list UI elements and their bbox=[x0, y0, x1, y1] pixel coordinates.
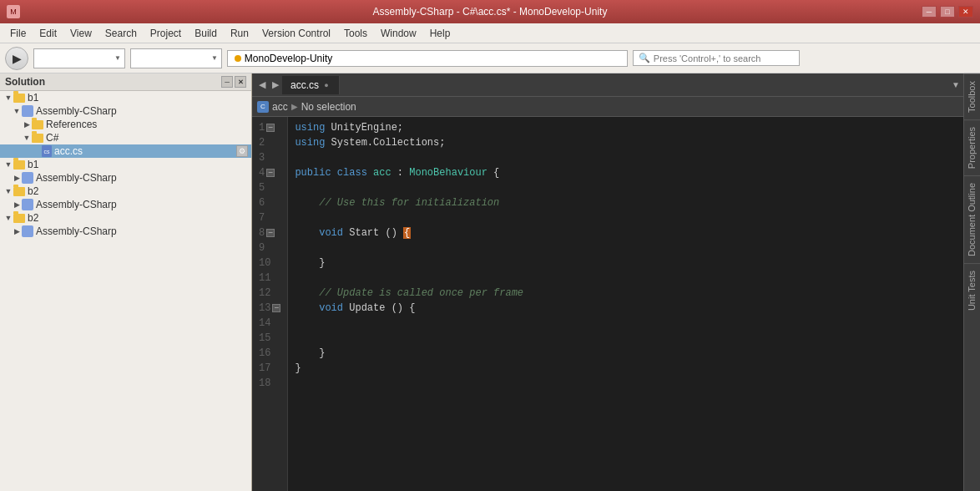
gear-icon[interactable]: ⚙ bbox=[236, 145, 248, 157]
fold-btn-1[interactable]: ─ bbox=[266, 124, 275, 132]
runtime-dropdown[interactable]: ▼ bbox=[130, 48, 222, 68]
code-line-11 bbox=[295, 271, 957, 286]
close-button[interactable]: ✕ bbox=[958, 6, 973, 18]
sidebar-controls: ─ ✕ bbox=[221, 76, 246, 88]
menu-search[interactable]: Search bbox=[99, 26, 144, 41]
code-line-13: void Update () { bbox=[295, 301, 957, 316]
file-actions: ⚙ bbox=[236, 145, 248, 157]
arrow-icon: ▼ bbox=[12, 106, 22, 116]
sidebar-tree: ▼ b1 ▼ Assembly-CSharp ▶ References ▼ C# bbox=[0, 91, 251, 491]
unity-label: MonoDevelop-Unity bbox=[245, 53, 332, 64]
tree-item-assembly-1[interactable]: ▼ Assembly-CSharp bbox=[0, 104, 251, 118]
code-area: 1─ 2 3 4─ 5 6 7 8─ 9 10 11 12 13─ 14 15 … bbox=[252, 117, 963, 491]
tree-label: References bbox=[46, 119, 97, 130]
search-input[interactable] bbox=[654, 53, 794, 63]
menu-build[interactable]: Build bbox=[188, 26, 224, 41]
run-button[interactable]: ▶ bbox=[5, 47, 28, 70]
line-numbers: 1─ 2 3 4─ 5 6 7 8─ 9 10 11 12 13─ 14 15 … bbox=[252, 117, 288, 491]
title-text: Assembly-CSharp - C#\acc.cs* - MonoDevel… bbox=[373, 6, 608, 18]
code-line-4: public class acc : MonoBehaviour { bbox=[295, 165, 957, 180]
tree-item-b1-root[interactable]: ▼ b1 bbox=[0, 91, 251, 104]
tree-label: acc.cs bbox=[54, 145, 83, 157]
maximize-button[interactable]: □ bbox=[940, 6, 955, 18]
code-content[interactable]: using UnityEngine; using System.Collecti… bbox=[288, 117, 963, 491]
tab-close-icon[interactable]: ● bbox=[322, 81, 331, 89]
code-line-8: void Start () { bbox=[295, 225, 957, 240]
tab-dropdown[interactable]: ▼ bbox=[952, 80, 960, 89]
tab-document-outline[interactable]: Document Outline bbox=[964, 175, 980, 263]
arrow-icon: ▼ bbox=[3, 93, 13, 103]
menu-help[interactable]: Help bbox=[423, 26, 457, 41]
code-line-18 bbox=[295, 376, 957, 391]
arrow-icon: ▶ bbox=[22, 119, 32, 129]
config-dropdown[interactable]: ▼ bbox=[33, 48, 125, 68]
right-sidebar: Toolbox Properties Document Outline Unit… bbox=[963, 73, 980, 491]
menu-project[interactable]: Project bbox=[144, 26, 188, 41]
menu-view[interactable]: View bbox=[63, 26, 99, 41]
fold-btn-13[interactable]: ─ bbox=[272, 304, 280, 312]
tab-properties[interactable]: Properties bbox=[964, 119, 980, 175]
code-line-6: // Use this for initialization bbox=[295, 195, 957, 210]
menubar: File Edit View Search Project Build Run … bbox=[0, 23, 980, 43]
code-line-15 bbox=[295, 331, 957, 346]
arrow-icon: ▶ bbox=[12, 173, 22, 183]
menu-run[interactable]: Run bbox=[224, 26, 255, 41]
tree-item-assembly-2[interactable]: ▶ Assembly-CSharp bbox=[0, 171, 251, 185]
breadcrumb-separator: ▶ bbox=[291, 102, 298, 111]
tab-unit-tests[interactable]: Unit Tests bbox=[964, 263, 980, 317]
menu-version-control[interactable]: Version Control bbox=[255, 26, 337, 41]
menu-tools[interactable]: Tools bbox=[337, 26, 374, 41]
tree-item-b2-1[interactable]: ▼ b2 bbox=[0, 185, 251, 198]
folder-icon bbox=[13, 187, 25, 196]
folder-icon bbox=[13, 214, 25, 223]
tree-item-assembly-4[interactable]: ▶ Assembly-CSharp bbox=[0, 225, 251, 238]
editor-panel: ◀ ▶ acc.cs ● ▼ C acc ▶ No selection 1─ 2… bbox=[252, 73, 963, 491]
fold-btn-4[interactable]: ─ bbox=[266, 169, 275, 177]
folder-icon bbox=[13, 94, 25, 103]
tree-item-b1-2[interactable]: ▼ b1 bbox=[0, 158, 251, 171]
sidebar-title: Solution bbox=[5, 76, 45, 88]
tree-item-b2-2[interactable]: ▼ b2 bbox=[0, 211, 251, 225]
menu-window[interactable]: Window bbox=[374, 26, 423, 41]
arrow-icon: ▼ bbox=[22, 133, 32, 143]
tab-next-arrow[interactable]: ▶ bbox=[269, 79, 282, 90]
tree-item-csharp[interactable]: ▼ C# bbox=[0, 131, 251, 144]
minimize-button[interactable]: ─ bbox=[922, 6, 937, 18]
menu-file[interactable]: File bbox=[3, 26, 33, 41]
global-search[interactable]: 🔍 bbox=[633, 50, 800, 66]
tree-item-references[interactable]: ▶ References bbox=[0, 118, 251, 131]
runtime-dropdown-arrow: ▼ bbox=[211, 54, 218, 62]
tree-item-acc-cs[interactable]: ▶ cs acc.cs ⚙ bbox=[0, 144, 251, 158]
folder-icon bbox=[13, 160, 25, 170]
fold-btn-8[interactable]: ─ bbox=[266, 229, 275, 237]
tree-label: C# bbox=[46, 132, 58, 144]
code-line-1: using UnityEngine; bbox=[295, 120, 957, 135]
tab-toolbox[interactable]: Toolbox bbox=[964, 73, 980, 119]
sidebar-header: Solution ─ ✕ bbox=[0, 73, 251, 91]
tree-item-assembly-3[interactable]: ▶ Assembly-CSharp bbox=[0, 198, 251, 211]
window-controls: ─ □ ✕ bbox=[922, 6, 973, 18]
runtime-input[interactable] bbox=[134, 53, 210, 63]
app-icon: M bbox=[7, 5, 20, 18]
tab-prev-arrow[interactable]: ◀ bbox=[255, 79, 269, 90]
tree-label: Assembly-CSharp bbox=[36, 225, 117, 237]
tree-label: Assembly-CSharp bbox=[36, 199, 117, 210]
breadcrumb-acc[interactable]: acc bbox=[272, 101, 288, 113]
titlebar: M Assembly-CSharp - C#\acc.cs* - MonoDev… bbox=[0, 0, 980, 23]
arrow-icon: ▶ bbox=[12, 200, 22, 210]
tab-acc-cs[interactable]: acc.cs ● bbox=[282, 76, 340, 94]
code-line-9 bbox=[295, 240, 957, 256]
sidebar-minimize-btn[interactable]: ─ bbox=[221, 76, 233, 88]
code-line-14 bbox=[295, 316, 957, 331]
code-line-3 bbox=[295, 150, 957, 165]
breadcrumb-no-selection[interactable]: No selection bbox=[301, 101, 356, 113]
config-input[interactable] bbox=[38, 53, 113, 63]
unity-selector[interactable]: MonoDevelop-Unity bbox=[227, 50, 628, 67]
assembly-icon bbox=[22, 172, 33, 184]
assembly-icon bbox=[22, 225, 33, 237]
sidebar-close-btn[interactable]: ✕ bbox=[235, 76, 246, 88]
arrow-icon: ▼ bbox=[3, 186, 13, 196]
menu-edit[interactable]: Edit bbox=[33, 26, 63, 41]
unity-dot bbox=[235, 55, 241, 62]
search-icon: 🔍 bbox=[639, 53, 650, 63]
